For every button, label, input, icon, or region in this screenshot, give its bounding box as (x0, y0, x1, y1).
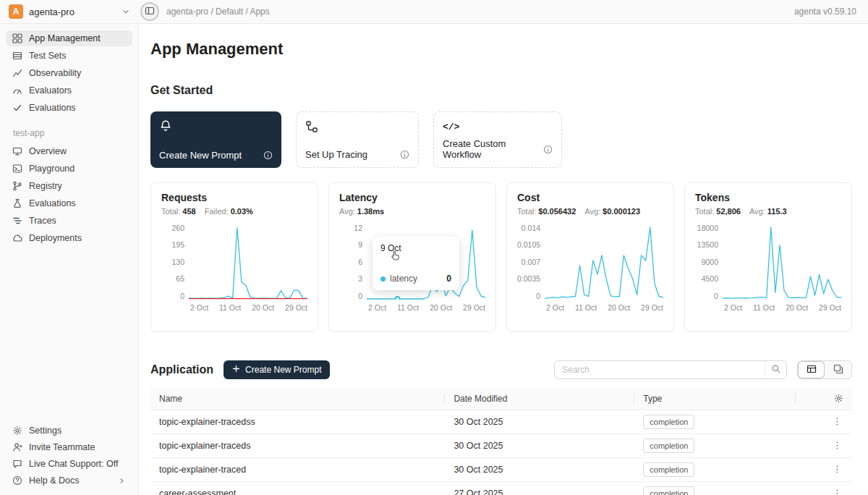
row-menu-button[interactable] (831, 415, 843, 428)
sidebar-item-label: Evaluations (29, 198, 76, 208)
terminal-icon (12, 164, 22, 174)
app-date-modified: 27 Oct 2025 (445, 481, 634, 495)
breadcrumb[interactable]: agenta-pro / Default / Apps (166, 7, 270, 17)
branch-icon (12, 181, 22, 191)
row-menu-button[interactable] (831, 439, 843, 452)
workspace-selector[interactable]: A agenta-pro (0, 0, 139, 23)
sidebar-item-evaluators[interactable]: Evaluators (6, 82, 132, 98)
search-icon (771, 364, 780, 376)
sidebar-item-deployments[interactable]: Deployments (6, 230, 132, 246)
table-view-icon (807, 364, 817, 376)
sidebar-item-playground[interactable]: Playground (6, 161, 132, 177)
table-row[interactable]: topic-explainer-traceds 30 Oct 2025 comp… (150, 433, 852, 457)
sidebar-item-invite-teammate[interactable]: Invite Teammate (6, 439, 132, 455)
series-dot (380, 276, 386, 282)
sidebar-item-label: Deployments (29, 233, 82, 243)
sidebar-item-label: App Management (29, 33, 101, 43)
create-new-prompt-card[interactable]: Create New Prompt (150, 111, 281, 168)
table-row[interactable]: topic-explainer-tracedss 30 Oct 2025 com… (150, 410, 852, 433)
sidebar-item-settings[interactable]: Settings (6, 423, 132, 439)
sidebar-item-label: Registry (29, 181, 62, 191)
sidebar-item-label: Observability (29, 68, 81, 78)
cloud-icon (12, 233, 22, 243)
workspace-avatar: A (9, 4, 23, 19)
latency-chart-card: Latency Avg:1.38ms 129630 2 Oct11 Oct20 … (328, 182, 496, 332)
y-axis-labels: 260195130650 (161, 224, 184, 300)
flask-icon (12, 198, 22, 208)
sidebar-item-traces[interactable]: Traces (6, 213, 132, 229)
table-row[interactable]: topic-explainer-traced 30 Oct 2025 compl… (150, 457, 852, 481)
card-label: Create Custom Workflow (443, 138, 537, 160)
tracing-icon (305, 119, 409, 134)
bell-icon (159, 119, 273, 133)
table-row[interactable]: career-assessment 27 Oct 2025 completion (150, 481, 852, 495)
cost-line-chart (545, 224, 663, 300)
sidebar-item-observability[interactable]: Observability (6, 65, 132, 81)
table-settings-gear-icon[interactable] (804, 394, 843, 403)
page-title: App Management (150, 40, 852, 59)
get-started-heading: Get Started (150, 84, 852, 97)
sidebar-item-label: Evaluations (29, 103, 76, 113)
chat-icon (12, 459, 22, 469)
type-badge: completion (643, 439, 694, 453)
sidebar-item-live-chat[interactable]: Live Chat Support: Off (6, 456, 132, 472)
row-menu-button[interactable] (831, 463, 843, 475)
sidebar-footer: Settings Invite Teammate Live Chat Suppo… (0, 422, 138, 489)
sidebar-item-label: Test Sets (29, 51, 66, 61)
x-axis-labels: 2 Oct11 Oct20 Oct29 Oct (546, 303, 663, 312)
sidebar-item-help-docs[interactable]: Help & Docs (6, 473, 132, 488)
sidebar: App Management Test Sets Observability E… (0, 24, 139, 495)
sidebar-item-label: Help & Docs (29, 475, 79, 486)
type-badge: completion (643, 486, 694, 495)
search-button[interactable] (765, 361, 786, 378)
sidebar-item-test-sets[interactable]: Test Sets (6, 48, 132, 64)
applications-table: Name Date Modified Type topic-explainer-… (150, 388, 852, 495)
tooltip-series-name: latency (390, 274, 417, 284)
chevron-right-icon (118, 477, 126, 485)
sidebar-item-registry[interactable]: Registry (6, 178, 132, 194)
requests-line-chart (189, 224, 307, 300)
chart-title: Cost (517, 192, 663, 203)
info-icon[interactable] (263, 151, 273, 160)
column-header-type[interactable]: Type (634, 388, 796, 410)
sidebar-item-app-management[interactable]: App Management (6, 30, 132, 46)
app-date-modified: 30 Oct 2025 (445, 410, 634, 433)
card-view-button[interactable] (825, 361, 851, 378)
sidebar-section-label: test-app (0, 117, 138, 143)
set-up-tracing-card[interactable]: Set Up Tracing (296, 111, 419, 168)
topbar: A agenta-pro agenta-pro / Default / Apps… (0, 0, 868, 24)
application-heading: Application (150, 363, 213, 376)
search-input[interactable] (555, 365, 765, 375)
sidebar-item-overview[interactable]: Overview (6, 143, 132, 159)
sidebar-collapse-button[interactable] (140, 2, 159, 21)
chart-title: Requests (161, 192, 307, 203)
gauge-icon (12, 85, 22, 96)
application-header: Application Create New Prompt (150, 360, 852, 379)
sidebar-item-label: Live Chat Support: Off (29, 459, 118, 469)
chart-stats: Total:458 Failed:0.03% (161, 207, 307, 216)
type-badge: completion (643, 462, 694, 477)
sidebar-item-evaluations[interactable]: Evaluations (6, 100, 132, 116)
card-view-icon (833, 364, 843, 376)
cost-chart-card: Cost Total:$0.056432 Avg:$0.000123 0.014… (506, 182, 674, 332)
chevron-down-icon (122, 7, 130, 16)
app-date-modified: 30 Oct 2025 (445, 433, 634, 457)
column-header-date-modified[interactable]: Date Modified (445, 388, 634, 410)
app-name: topic-explainer-tracedss (150, 410, 445, 433)
card-label: Create New Prompt (159, 150, 242, 161)
tooltip-value: 0 (446, 274, 451, 284)
chart-stats: Total:$0.056432 Avg:$0.000123 (517, 207, 663, 216)
row-menu-button[interactable] (831, 487, 843, 495)
sidebar-item-app-evaluations[interactable]: Evaluations (6, 195, 132, 211)
table-view-button[interactable] (798, 361, 825, 378)
info-icon[interactable] (400, 150, 409, 159)
create-new-prompt-button[interactable]: Create New Prompt (224, 360, 330, 379)
user-plus-icon (12, 442, 22, 452)
info-icon[interactable] (543, 145, 553, 154)
create-custom-workflow-card[interactable]: </> Create Custom Workflow (433, 111, 562, 168)
chart-title: Tokens (695, 192, 841, 203)
column-header-name[interactable]: Name (150, 388, 445, 410)
tokens-line-chart (723, 224, 841, 300)
app-name: topic-explainer-traced (150, 457, 445, 481)
panel-left-icon (145, 6, 155, 18)
